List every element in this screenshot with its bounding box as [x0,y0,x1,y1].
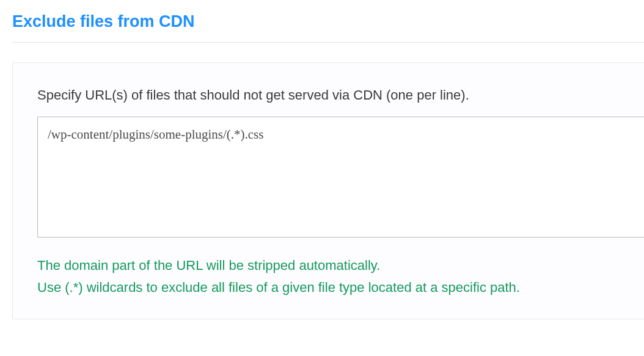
section-title: Exclude files from CDN [12,12,644,31]
help-line: Use (.*) wildcards to exclude all files … [37,277,644,299]
help-line: The domain part of the URL will be strip… [37,255,644,277]
help-text: The domain part of the URL will be strip… [37,255,644,299]
exclude-urls-textarea[interactable] [37,117,644,238]
exclude-files-panel: Specify URL(s) of files that should not … [12,62,644,319]
section-divider [12,42,644,43]
field-description: Specify URL(s) of files that should not … [37,87,644,103]
